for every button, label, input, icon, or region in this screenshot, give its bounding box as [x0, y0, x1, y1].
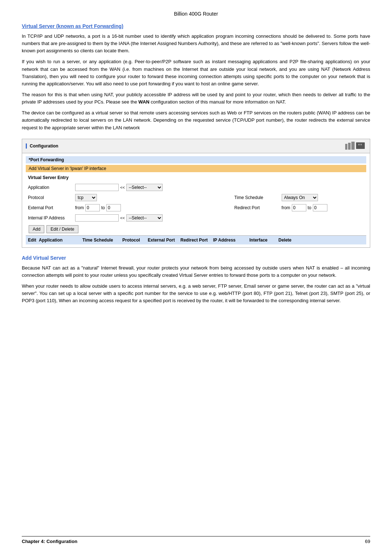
para3-bold: WAN — [138, 99, 149, 105]
redirect-port-label: Redirect Port — [232, 203, 279, 213]
edit-delete-button[interactable]: Edit / Delete — [46, 225, 78, 233]
section1-para2: If you wish to run a server, or any appl… — [22, 58, 370, 88]
page-title: Billion 400G Router — [22, 11, 370, 17]
external-to-label: to — [101, 205, 105, 210]
add-button[interactable]: Add — [29, 225, 44, 233]
application-select[interactable]: --Select-- — [126, 184, 163, 191]
svg-rect-1 — [348, 143, 351, 150]
external-port-row: External Port from to Redirect Port from — [26, 203, 366, 213]
application-input-cell: << --Select-- — [73, 182, 232, 193]
internal-ip-cell: << --Select-- — [73, 213, 232, 223]
svg-rect-3 — [356, 142, 365, 149]
spacer4 — [279, 213, 366, 223]
time-schedule-select[interactable]: Always On Schedule 1 Schedule 2 — [282, 194, 318, 201]
external-port-inputs: from to — [75, 204, 230, 211]
button-row: Add Edit / Delete — [26, 223, 366, 235]
add-virtual-server-section: Add Virtual Server in 'Ipwan' IP interfa… — [26, 165, 366, 172]
form-table: Application << --Select-- P — [26, 182, 366, 223]
configuration-box: Configuration *Port Forwarding Add Virtu… — [22, 139, 370, 248]
config-header-icons — [344, 141, 366, 151]
config-body: *Port Forwarding Add Virtual Server in '… — [22, 153, 370, 247]
spacer3 — [232, 213, 279, 223]
redirect-to-label: to — [308, 205, 311, 210]
col-app-header: Application — [37, 237, 80, 243]
external-port-label: External Port — [26, 203, 73, 213]
application-label: Application — [26, 182, 73, 193]
spacer2 — [279, 182, 366, 193]
internal-ip-select[interactable]: --Select-- — [126, 214, 163, 222]
virtual-server-entry-label: Virtual Server Entry — [26, 174, 366, 182]
external-port-to[interactable] — [106, 204, 121, 211]
svg-rect-2 — [351, 142, 355, 150]
application-row: Application << --Select-- — [26, 182, 366, 193]
internal-ip-label: Internal IP Address — [26, 213, 73, 223]
protocol-select[interactable]: tcp udp both — [75, 194, 97, 201]
svg-rect-0 — [345, 144, 347, 150]
col-ip-header: IP Address — [211, 237, 247, 243]
svg-rect-5 — [360, 144, 362, 145]
footer-right: 69 — [365, 539, 370, 544]
col-time-header: Time Schedule — [80, 237, 120, 243]
redirect-from-label: from — [282, 205, 290, 210]
config-header-label: Configuration — [26, 143, 58, 149]
redirect-port-from[interactable] — [292, 204, 306, 211]
footer-left: Chapter 4: Configuration — [22, 539, 77, 544]
protocol-label: Protocol — [26, 193, 73, 203]
redirect-port-cell: from to — [279, 203, 366, 213]
application-arrow: << — [120, 185, 125, 190]
col-edit-header: Edit — [26, 237, 37, 243]
section2-para2: When your router needs to allow outside … — [22, 283, 370, 304]
redirect-port-to[interactable] — [313, 204, 327, 211]
protocol-row: Protocol tcp udp both Time Schedule Alwa… — [26, 193, 366, 203]
external-from-label: from — [75, 205, 84, 210]
redirect-port-inputs: from to — [282, 204, 364, 211]
section1-heading: Virtual Server (known as Port Forwarding… — [22, 23, 370, 29]
results-header: Edit Application Time Schedule Protocol … — [26, 235, 366, 244]
config-header: Configuration — [22, 139, 370, 153]
svg-rect-4 — [358, 144, 360, 145]
external-port-cell: from to — [73, 203, 232, 213]
router-icon — [344, 141, 366, 151]
internal-ip-input[interactable] — [75, 214, 119, 222]
time-schedule-label: Time Schedule — [232, 193, 279, 203]
section1-para1: In TCP/IP and UDP networks, a port is a … — [22, 33, 370, 54]
footer: Chapter 4: Configuration 69 — [22, 536, 370, 544]
para3-post: configuration section of this manual for… — [150, 99, 286, 105]
col-del-header: Delete — [276, 237, 366, 243]
section1-para3: The reason for this is that when using N… — [22, 91, 370, 106]
protocol-input-cell: tcp udp both — [73, 193, 232, 203]
time-schedule-cell: Always On Schedule 1 Schedule 2 — [279, 193, 366, 203]
section2-heading: Add Virtual Server — [22, 255, 370, 261]
section2-para1: Because NAT can act as a "natural" Inter… — [22, 264, 370, 279]
internal-ip-row: Internal IP Address << --Select-- — [26, 213, 366, 223]
col-extport-header: External Port — [146, 237, 178, 243]
spacer1 — [232, 182, 279, 193]
col-proto-header: Protocol — [120, 237, 146, 243]
section1-para4: The device can be configured as a virtua… — [22, 109, 370, 131]
internal-ip-arrow: << — [120, 216, 125, 220]
external-port-from[interactable] — [85, 204, 100, 211]
port-forwarding-section: *Port Forwarding — [26, 156, 366, 163]
application-input[interactable] — [75, 184, 119, 191]
col-iface-header: Interface — [247, 237, 276, 243]
col-redport-header: Redirect Port — [178, 237, 211, 243]
